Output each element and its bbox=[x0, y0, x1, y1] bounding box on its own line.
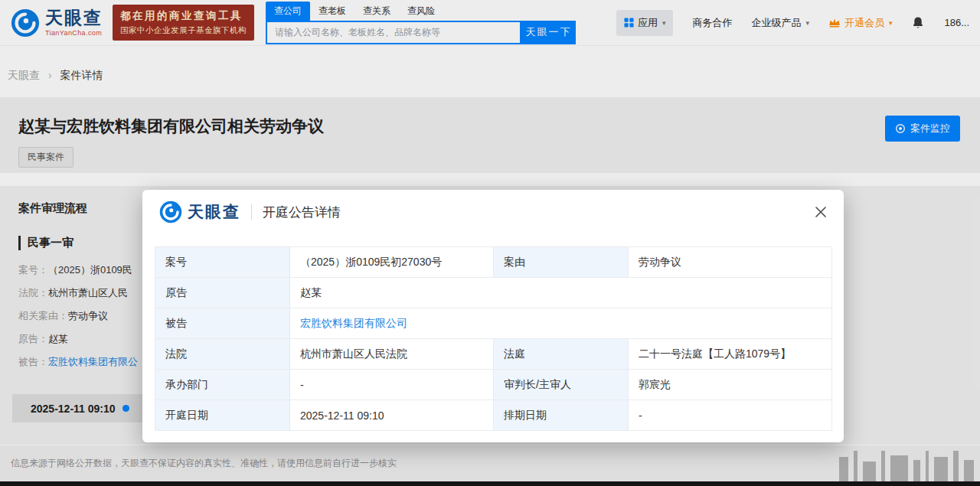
tianyancha-logo-icon bbox=[159, 201, 182, 223]
modal-header: 天眼查 开庭公告详情 bbox=[142, 190, 844, 234]
table-label-cell: 被告 bbox=[155, 308, 290, 339]
table-label-cell: 案号 bbox=[155, 247, 290, 278]
close-icon[interactable] bbox=[813, 204, 828, 220]
modal-brand: 天眼查 bbox=[188, 201, 240, 223]
table-row: 原告 赵某 bbox=[155, 278, 832, 308]
table-label-cell: 开庭日期 bbox=[155, 400, 290, 431]
table-value-cell: 郭宸光 bbox=[629, 370, 832, 400]
hearing-detail-modal: 天眼查 开庭公告详情 案号 （2025）浙0109民初27030号 案由 劳动争… bbox=[142, 190, 844, 442]
table-value-cell: 劳动争议 bbox=[629, 247, 832, 278]
table-label-cell: 审判长/主审人 bbox=[494, 370, 629, 400]
table-row: 开庭日期 2025-12-11 09:10 排期日期 - bbox=[155, 400, 832, 431]
table-value-cell: 二十一号法庭【工人路1079号】 bbox=[629, 339, 832, 370]
table-label-cell: 法院 bbox=[155, 339, 290, 370]
table-row: 承办部门 - 审判长/主审人 郭宸光 bbox=[155, 370, 832, 400]
table-value-cell: 赵某 bbox=[290, 278, 832, 308]
table-value-cell: 杭州市萧山区人民法院 bbox=[290, 339, 494, 370]
table-value-cell: - bbox=[290, 370, 494, 400]
table-row: 被告 宏胜饮料集团有限公司 bbox=[155, 308, 832, 339]
table-label-cell: 排期日期 bbox=[494, 400, 629, 431]
table-row: 案号 （2025）浙0109民初27030号 案由 劳动争议 bbox=[155, 247, 832, 278]
hearing-detail-table: 案号 （2025）浙0109民初27030号 案由 劳动争议 原告 赵某 被告 … bbox=[155, 246, 832, 431]
divider bbox=[251, 204, 252, 220]
table-value-cell: 宏胜饮料集团有限公司 bbox=[290, 308, 832, 339]
table-label-cell: 法庭 bbox=[494, 339, 629, 370]
modal-title: 开庭公告详情 bbox=[263, 204, 341, 221]
table-value-cell: 2025-12-11 09:10 bbox=[290, 400, 494, 431]
table-label-cell: 案由 bbox=[494, 247, 629, 278]
table-value-cell: （2025）浙0109民初27030号 bbox=[290, 247, 494, 278]
table-label-cell: 承办部门 bbox=[155, 370, 290, 400]
table-row: 法院 杭州市萧山区人民法院 法庭 二十一号法庭【工人路1079号】 bbox=[155, 339, 832, 370]
table-value-cell: - bbox=[629, 400, 832, 431]
defendant-company-link[interactable]: 宏胜饮料集团有限公司 bbox=[300, 317, 407, 329]
table-label-cell: 原告 bbox=[155, 278, 290, 308]
